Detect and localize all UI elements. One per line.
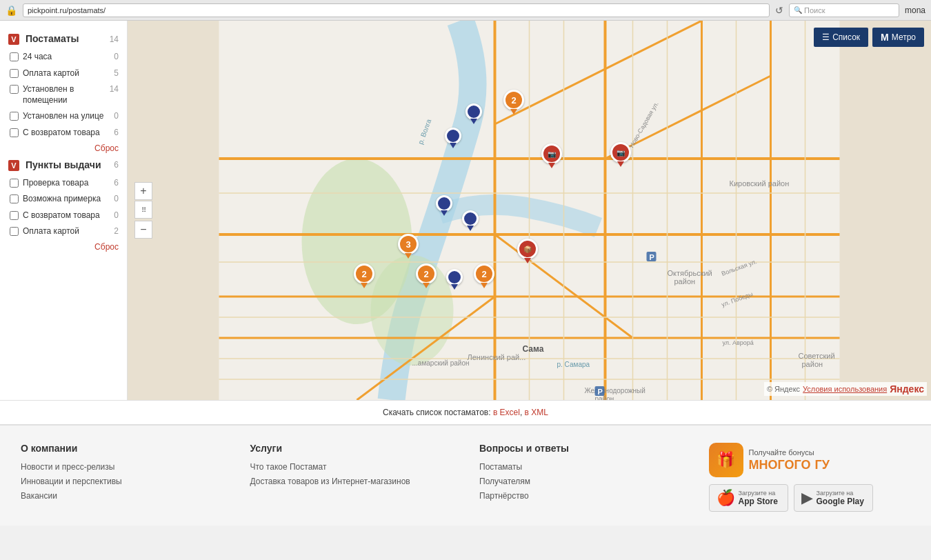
filter-card2-label: Оплата картой xyxy=(23,226,79,237)
android-icon: ▶ xyxy=(801,489,813,507)
footer-col-about: О компании Новости и пресс-релизы Иннова… xyxy=(21,443,223,512)
marker-circle xyxy=(436,195,452,212)
marker-blue-5[interactable] xyxy=(446,269,463,290)
svg-text:...амарский район: ...амарский район xyxy=(412,359,470,367)
svg-text:Железнодорожный: Железнодорожный xyxy=(585,387,645,394)
footer-link-what-is[interactable]: Что такое Постамат xyxy=(250,462,452,472)
zoom-in-button[interactable]: + xyxy=(134,182,152,200)
marker-circle: 2 xyxy=(416,263,437,284)
checkbox-return1[interactable] xyxy=(10,128,19,137)
marker-blue-3[interactable] xyxy=(436,195,452,216)
marker-orange-2-br[interactable]: 2 xyxy=(474,263,494,288)
filter-indoor[interactable]: Установлен в помещении 14 xyxy=(0,81,127,108)
marker-blue-2[interactable] xyxy=(445,128,461,148)
svg-text:Ленинский рай...: Ленинский рай... xyxy=(468,353,526,361)
section2-count: 6 xyxy=(114,160,119,170)
marker-blue-1[interactable] xyxy=(466,103,482,124)
marker-orange-2-top[interactable]: 2 xyxy=(503,90,524,114)
metro-button[interactable]: M Метро xyxy=(872,28,924,47)
svg-text:Кировский район: Кировский район xyxy=(730,179,790,188)
filter-card2-count: 2 xyxy=(114,226,119,236)
marker-circle: 📦 xyxy=(517,239,538,259)
reset-link-2[interactable]: Сброс xyxy=(0,240,127,254)
section-postamats-title: V Постаматы 14 xyxy=(0,29,127,49)
filter-fitting-label: Возможна примерка xyxy=(23,194,101,205)
zoom-out-button[interactable]: − xyxy=(134,221,152,239)
app-store-button[interactable]: 🍎 Загрузите на App Store xyxy=(709,484,788,512)
google-play-button[interactable]: ▶ Загрузите на Google Play xyxy=(794,484,873,512)
marker-orange-2-bl[interactable]: 2 xyxy=(354,263,374,288)
search-bar[interactable]: 🔍 Поиск xyxy=(789,3,899,17)
svg-text:район: район xyxy=(674,277,696,286)
filter-card2[interactable]: Оплата картой 2 xyxy=(0,223,127,240)
footer-link-recipients[interactable]: Получателям xyxy=(479,477,681,486)
footer-link-delivery[interactable]: Доставка товаров из Интернет-магазинов xyxy=(250,477,452,486)
filter-return1-count: 6 xyxy=(114,128,119,137)
footer-col3-title: Вопросы и ответы xyxy=(479,443,681,454)
map-container[interactable]: р. Волга xyxy=(128,21,931,400)
filter-check[interactable]: Проверка товара 6 xyxy=(0,175,127,192)
footer-link-vacancies[interactable]: Вакансии xyxy=(21,491,223,501)
marker-blue-4[interactable] xyxy=(462,210,479,231)
svg-text:Октябрьский: Октябрьский xyxy=(668,269,712,277)
list-view-button[interactable]: ☰ Список xyxy=(814,28,868,47)
checkbox-card-payment[interactable] xyxy=(10,69,19,78)
yandex-attribution: © Яндекс Условия использования Яндекс xyxy=(764,382,927,396)
yandex-logo: Яндекс xyxy=(890,383,924,394)
marker-tail xyxy=(524,258,531,263)
checkbox-outdoor[interactable] xyxy=(10,112,19,121)
marker-tail xyxy=(441,210,448,216)
filter-return2[interactable]: С возвратом товара 0 xyxy=(0,208,127,224)
checkbox-check[interactable] xyxy=(10,179,19,188)
filter-24h[interactable]: 24 часа 0 xyxy=(0,49,127,66)
download-excel-link[interactable]: в Excel xyxy=(493,408,520,417)
marker-tail xyxy=(423,283,430,288)
marker-red-package[interactable]: 📦 xyxy=(517,239,538,263)
yandex-terms-link[interactable]: Условия использования xyxy=(803,385,887,393)
svg-text:P: P xyxy=(650,253,654,261)
marker-circle xyxy=(445,128,461,144)
marker-red-camera-2[interactable]: 📷 xyxy=(610,142,631,167)
marker-tail xyxy=(361,283,368,288)
filter-card-payment[interactable]: Оплата картой 5 xyxy=(0,66,127,82)
filter-indoor-count: 14 xyxy=(110,84,119,94)
filter-return2-label: С возвратом товара xyxy=(23,210,100,221)
checkbox-return2[interactable] xyxy=(10,211,19,220)
svg-text:район: район xyxy=(595,395,614,400)
checkbox-indoor[interactable] xyxy=(10,85,19,94)
marker-orange-2-bm[interactable]: 2 xyxy=(416,263,437,288)
checkbox-24h[interactable] xyxy=(10,52,19,61)
svg-text:Сама: Сама xyxy=(523,344,544,354)
marker-tail xyxy=(548,163,555,168)
reset-link-1[interactable]: Сброс xyxy=(0,141,127,155)
search-placeholder: Поиск xyxy=(804,6,825,14)
zoom-move-button[interactable]: ⠿ xyxy=(134,201,152,219)
checkbox-fitting[interactable] xyxy=(10,194,19,203)
marker-tail xyxy=(467,226,474,231)
filter-outdoor[interactable]: Установлен на улице 0 xyxy=(0,108,127,125)
footer-link-news[interactable]: Новости и пресс-релизы xyxy=(21,462,223,472)
marker-circle: 2 xyxy=(474,263,494,284)
download-xml-link[interactable]: в XML xyxy=(525,408,548,417)
marker-circle xyxy=(462,210,479,227)
url-bar[interactable]: pickpoint.ru/postamats/ xyxy=(23,3,770,17)
footer-link-partnership[interactable]: Партнёрство xyxy=(479,491,681,501)
filter-card-label: Оплата картой xyxy=(23,68,79,79)
list-btn-label: Список xyxy=(832,32,860,42)
footer-link-postamats[interactable]: Постаматы xyxy=(479,462,681,472)
footer-col2-title: Услуги xyxy=(250,443,452,454)
download-text: Скачать список постаматов: xyxy=(383,408,491,417)
marker-red-camera-1[interactable]: 📷 xyxy=(541,143,562,168)
filter-fitting[interactable]: Возможна примерка 0 xyxy=(0,191,127,208)
filter-24h-count: 0 xyxy=(114,52,119,61)
filter-return1[interactable]: С возвратом товара 6 xyxy=(0,125,127,141)
promo-header: 🎁 Получайте бонусы МНОГОГО ГУ xyxy=(709,443,911,477)
checkbox-card2[interactable] xyxy=(10,227,19,236)
metro-btn-label: Метро xyxy=(892,32,916,42)
footer-link-innovations[interactable]: Инновации и перспективы xyxy=(21,477,223,486)
filter-outdoor-label: Установлен на улице xyxy=(23,111,103,122)
refresh-button[interactable]: ↺ xyxy=(775,5,783,16)
metro-icon: M xyxy=(881,32,889,43)
browser-icon: 🔒 xyxy=(6,5,17,16)
marker-orange-3[interactable]: 3 xyxy=(398,234,419,259)
